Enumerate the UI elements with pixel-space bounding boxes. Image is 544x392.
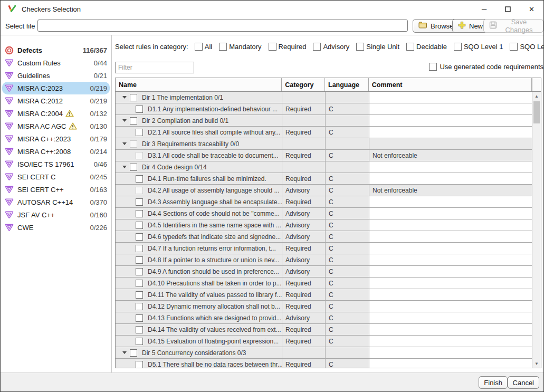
collapse-triangle-icon[interactable] [122, 142, 127, 145]
column-header-category[interactable]: Category [282, 78, 325, 91]
table-row[interactable]: Dir 5 Concurrency considerations 0/3 [116, 347, 541, 359]
rule-checkbox[interactable] [136, 338, 143, 345]
rule-checkbox[interactable] [130, 94, 137, 101]
sidebar-item-misra-cpp-2008[interactable]: MISRA C++:20080/214 [2, 145, 110, 158]
rule-checkbox[interactable] [136, 129, 143, 136]
sidebar-item-sei-cert-cpp[interactable]: SEI CERT C++0/163 [2, 183, 110, 196]
select-file-input[interactable] [37, 20, 408, 32]
rule-comment-cell[interactable] [369, 254, 533, 266]
table-row[interactable]: D4.5 Identifiers in the same name space … [116, 219, 541, 231]
sidebar-item-custom-rules[interactable]: Custom Rules0/44 [2, 56, 110, 69]
table-row[interactable]: D4.3 Assembly language shall be encapsul… [116, 196, 541, 208]
sidebar-item-misra-c-2012[interactable]: MISRA C:20120/219 [2, 94, 110, 107]
rule-comment-cell[interactable] [369, 219, 533, 231]
table-row[interactable]: D4.9 A function should be used in prefer… [116, 266, 541, 278]
category-checkbox-sqo-level-2[interactable] [510, 43, 518, 51]
table-row[interactable]: D4.7 If a function returns error informa… [116, 243, 541, 254]
rule-checkbox[interactable] [136, 256, 143, 264]
rule-comment-cell[interactable] [369, 289, 533, 301]
use-generated-code-checkbox[interactable] [429, 63, 437, 71]
sidebar-item-guidelines[interactable]: Guidelines0/21 [2, 69, 110, 82]
category-option-sqo-level-1[interactable]: SQO Level 1 [454, 43, 503, 51]
category-checkbox-sqo-level-1[interactable] [454, 43, 462, 51]
table-row[interactable]: D4.6 typedefs that indicate size and sig… [116, 231, 541, 243]
category-checkbox-decidable[interactable] [406, 43, 414, 51]
table-row[interactable]: D4.2 All usage of assembly language shou… [116, 185, 541, 196]
category-option-required[interactable]: Required [269, 43, 307, 51]
table-row[interactable]: D1.1 Any implementation-defined behaviou… [116, 103, 541, 115]
rule-checkbox[interactable] [136, 106, 143, 113]
table-row[interactable]: D3.1 All code shall be traceable to docu… [116, 150, 541, 161]
category-checkbox-mandatory[interactable] [219, 43, 227, 51]
rule-comment-cell[interactable] [369, 231, 533, 243]
rule-checkbox[interactable] [136, 361, 143, 368]
rule-checkbox[interactable] [136, 222, 143, 229]
rule-checkbox[interactable] [136, 291, 143, 299]
table-row[interactable]: Dir 3 Requirements traceability 0/0 [116, 138, 541, 150]
sidebar-item-cwe[interactable]: CWE0/226 [2, 221, 110, 234]
collapse-triangle-icon[interactable] [122, 351, 127, 354]
sidebar-item-misra-ac-agc[interactable]: MISRA AC AGC0/130 [2, 120, 110, 132]
rule-checkbox[interactable] [136, 268, 143, 275]
table-row[interactable]: D4.11 The validity of values passed to l… [116, 289, 541, 301]
sidebar-item-misra-c-2004[interactable]: MISRA C:20040/132 [2, 107, 110, 120]
rule-comment-cell[interactable] [369, 336, 533, 347]
collapse-triangle-icon[interactable] [122, 166, 127, 168]
minimize-button[interactable]: ─ [472, 1, 496, 17]
sidebar-item-misra-c-2023[interactable]: MISRA C:20230/219 [2, 82, 110, 94]
filter-input[interactable] [115, 62, 194, 73]
rule-checkbox[interactable] [136, 303, 143, 310]
finish-button[interactable]: Finish [479, 376, 508, 389]
rule-comment-cell[interactable] [369, 243, 533, 254]
category-checkbox-advisory[interactable] [313, 43, 321, 51]
table-row[interactable]: D2.1 All source files shall compile with… [116, 127, 541, 138]
rule-checkbox[interactable] [136, 175, 143, 183]
scroll-up-icon[interactable]: ▲ [532, 92, 541, 100]
table-row[interactable]: Dir 1 The implementation 0/1 [116, 92, 541, 103]
close-button[interactable]: ✕ [520, 1, 543, 17]
sidebar-item-autosar-cpp14[interactable]: AUTOSAR C++140/370 [2, 196, 110, 208]
rule-checkbox[interactable] [130, 117, 137, 125]
rule-checkbox[interactable] [136, 245, 143, 252]
category-option-mandatory[interactable]: Mandatory [219, 43, 261, 51]
rule-comment-cell[interactable] [369, 196, 533, 208]
table-row[interactable]: D4.8 If a pointer to a structure or unio… [116, 254, 541, 266]
rule-comment-cell[interactable] [369, 359, 533, 368]
rule-comment-cell[interactable] [369, 278, 533, 289]
maximize-button[interactable] [496, 1, 520, 17]
sidebar-item-iso-iec-ts-17961[interactable]: ISO/IEC TS 179610/46 [2, 158, 110, 170]
table-row[interactable]: D4.1 Run-time failures shall be minimize… [116, 173, 541, 185]
rule-comment-cell[interactable] [369, 103, 533, 115]
sidebar-item-defects[interactable]: Defects116/367 [2, 44, 110, 56]
rule-checkbox[interactable] [136, 233, 143, 241]
category-option-single-unit[interactable]: Single Unit [356, 43, 399, 51]
rule-checkbox[interactable] [136, 280, 143, 287]
collapse-triangle-icon[interactable] [122, 96, 127, 99]
rule-comment-cell[interactable] [369, 115, 533, 127]
rule-checkbox[interactable] [130, 164, 137, 171]
category-checkbox-single-unit[interactable] [356, 43, 364, 51]
rule-comment-cell[interactable] [369, 324, 533, 336]
table-row[interactable]: D4.15 Evaluation of floating-point expre… [116, 336, 541, 347]
rule-comment-cell[interactable] [369, 312, 533, 324]
scroll-down-icon[interactable]: ▼ [532, 359, 541, 368]
table-row[interactable]: Dir 4 Code design 0/14 [116, 161, 541, 173]
category-option-all[interactable]: All [195, 43, 212, 51]
rule-comment-cell[interactable] [369, 173, 533, 185]
column-header-language[interactable]: Language [325, 78, 369, 91]
sidebar-item-sei-cert-c[interactable]: SEI CERT C0/245 [2, 170, 110, 183]
rule-checkbox[interactable] [136, 314, 143, 322]
category-option-sqo-level-2[interactable]: SQO Level 2 [510, 43, 544, 51]
column-header-name[interactable]: Name [116, 78, 282, 91]
rule-comment-cell[interactable] [369, 161, 533, 173]
category-checkbox-all[interactable] [195, 43, 203, 51]
rule-checkbox[interactable] [136, 326, 143, 333]
sidebar-item-misra-cpp-2023[interactable]: MISRA C++:20230/179 [2, 132, 110, 145]
rule-checkbox[interactable] [130, 349, 137, 357]
rule-comment-cell[interactable] [369, 266, 533, 278]
column-header-comment[interactable]: Comment [369, 78, 532, 91]
cancel-button[interactable]: Cancel [508, 376, 539, 389]
table-row[interactable]: D4.14 The validity of values received fr… [116, 324, 541, 336]
table-row[interactable]: D5.1 There shall be no data races betwee… [116, 359, 541, 368]
category-checkbox-required[interactable] [269, 43, 276, 51]
